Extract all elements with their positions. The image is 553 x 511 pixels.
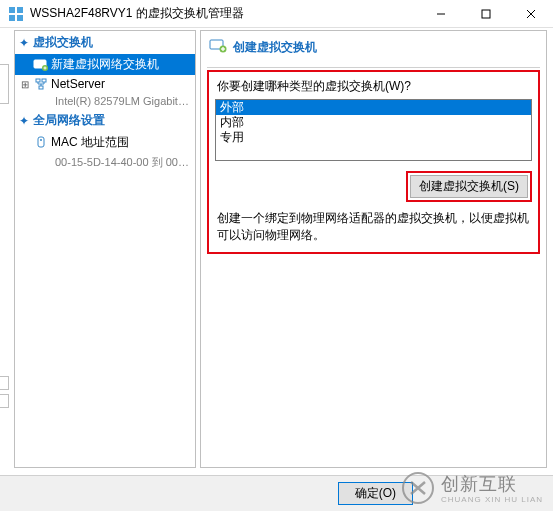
svg-rect-0 [9, 7, 15, 13]
mac-icon [31, 136, 51, 150]
type-prompt: 你要创建哪种类型的虚拟交换机(W)? [217, 78, 532, 95]
star-icon: ✦ [19, 114, 29, 128]
create-button-highlight: 创建虚拟交换机(S) [406, 171, 532, 202]
option-external[interactable]: 外部 [216, 100, 531, 115]
new-switch-icon [31, 58, 51, 72]
close-button[interactable] [508, 0, 553, 28]
tree-label: NetServer [51, 77, 105, 91]
right-header: 创建虚拟交换机 [201, 31, 546, 61]
right-content-pane: 创建虚拟交换机 你要创建哪种类型的虚拟交换机(W)? 外部 内部 专用 创建虚拟… [200, 30, 547, 468]
option-private[interactable]: 专用 [216, 130, 531, 145]
tree-item-netserver-sub: Intel(R) 82579LM Gigabit Network ... [15, 93, 195, 109]
highlighted-region: 你要创建哪种类型的虚拟交换机(W)? 外部 内部 专用 创建虚拟交换机(S) 创… [207, 70, 540, 254]
option-internal[interactable]: 内部 [216, 115, 531, 130]
create-switch-icon [209, 37, 227, 57]
section-global-network: ✦ 全局网络设置 [15, 109, 195, 132]
window-controls [418, 0, 553, 28]
tree-sublabel: 00-15-5D-14-40-00 到 00-15-5D-1... [19, 155, 191, 170]
main-area: ✦ 虚拟交换机 新建虚拟网络交换机 ⊞ NetServer Intel(R) 8… [12, 28, 553, 468]
tree-label: MAC 地址范围 [51, 134, 129, 151]
section-label: 全局网络设置 [33, 112, 105, 129]
create-row: 创建虚拟交换机(S) [215, 171, 532, 202]
maximize-button[interactable] [463, 0, 508, 28]
svg-point-20 [40, 139, 42, 141]
left-tree-pane: ✦ 虚拟交换机 新建虚拟网络交换机 ⊞ NetServer Intel(R) 8… [14, 30, 196, 468]
title-bar: WSSHA2F48RVY1 的虚拟交换机管理器 [0, 0, 553, 28]
app-icon [8, 6, 24, 22]
watermark: 创新互联 CHUANG XIN HU LIAN [401, 471, 543, 505]
section-virtual-switches: ✦ 虚拟交换机 [15, 31, 195, 54]
expand-icon[interactable]: ⊞ [19, 79, 31, 90]
svg-rect-2 [9, 15, 15, 21]
divider [207, 67, 540, 68]
svg-rect-1 [17, 7, 23, 13]
tree-sublabel: Intel(R) 82579LM Gigabit Network ... [19, 95, 191, 107]
tree-item-new-switch[interactable]: 新建虚拟网络交换机 [15, 54, 195, 75]
svg-rect-3 [17, 15, 23, 21]
svg-rect-12 [36, 79, 40, 82]
star-icon: ✦ [19, 36, 29, 50]
watermark-subtext: CHUANG XIN HU LIAN [441, 496, 543, 504]
svg-rect-19 [38, 137, 44, 147]
create-switch-button[interactable]: 创建虚拟交换机(S) [410, 175, 528, 198]
watermark-logo-icon [401, 471, 435, 505]
tree-item-netserver[interactable]: ⊞ NetServer [15, 75, 195, 93]
svg-rect-13 [42, 79, 46, 82]
watermark-text: 创新互联 [441, 474, 517, 494]
minimize-button[interactable] [418, 0, 463, 28]
tree-label: 新建虚拟网络交换机 [51, 56, 159, 73]
window-title: WSSHA2F48RVY1 的虚拟交换机管理器 [30, 5, 418, 22]
type-description: 创建一个绑定到物理网络适配器的虚拟交换机，以便虚拟机可以访问物理网络。 [217, 210, 530, 244]
svg-rect-14 [39, 86, 43, 89]
left-edge-fragments [0, 64, 9, 408]
tree-item-mac-range[interactable]: MAC 地址范围 [15, 132, 195, 153]
svg-rect-5 [482, 10, 490, 18]
section-label: 虚拟交换机 [33, 34, 93, 51]
tree-item-mac-sub: 00-15-5D-14-40-00 到 00-15-5D-1... [15, 153, 195, 172]
right-header-label: 创建虚拟交换机 [233, 39, 317, 56]
network-icon [31, 78, 51, 90]
switch-type-listbox[interactable]: 外部 内部 专用 [215, 99, 532, 161]
